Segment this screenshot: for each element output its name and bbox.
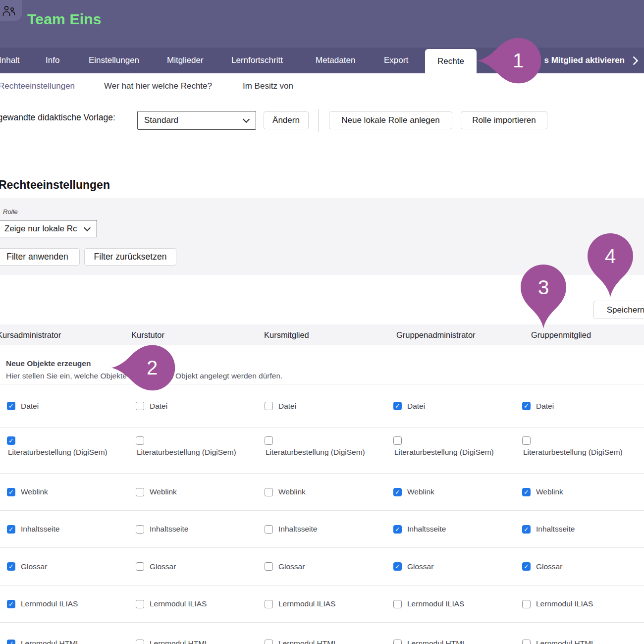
column-header-gruppenadministrator: Gruppenadministrator [396,324,476,345]
didactic-template-select[interactable]: Standard [137,111,256,130]
permission-inhaltsseite-gruppenadministrator[interactable]: ✓Inhaltsseite [393,511,446,547]
permission-inhaltsseite-kursadministrator[interactable]: ✓Inhaltsseite [7,511,59,547]
permission-lernmodul-ilias-kursmitglied[interactable]: Lernmodul ILIAS [265,586,335,622]
tab-export[interactable]: Export [384,48,408,73]
permission-inhaltsseite-kurstutor[interactable]: Inhaltsseite [136,511,188,547]
checked-checkbox-icon[interactable]: ✓ [393,402,402,410]
checked-checkbox-icon[interactable]: ✓ [522,562,531,571]
column-header-kursadministrator: Kursadministrator [0,324,61,345]
unchecked-checkbox-icon[interactable] [265,600,273,608]
permission-literaturbestellung-digisem-gruppenmitglied[interactable]: Literaturbestellung (DigiSem) [522,428,623,473]
new-local-role-button[interactable]: Neue lokale Rolle anlegen [329,111,452,129]
unchecked-checkbox-icon[interactable] [522,640,531,644]
checked-checkbox-icon[interactable]: ✓ [393,488,402,496]
subtab-im-besitz-von[interactable]: Im Besitz von [243,73,293,99]
tab-overflow-label: s Mitglied aktivieren [544,55,625,65]
permission-lernmodul-ilias-gruppenadministrator[interactable]: Lernmodul ILIAS [393,586,464,622]
checkbox-label: Literaturbestellung (DigiSem) [394,448,494,457]
role-filter-select[interactable]: Zeige nur lokale Rc [0,220,97,237]
permission-weblink-gruppenadministrator[interactable]: ✓Weblink [393,474,434,510]
permission-lernmodul-html-kursmitglied[interactable]: Lernmodul HTML [265,623,338,644]
checked-checkbox-icon[interactable]: ✓ [7,488,15,496]
unchecked-checkbox-icon[interactable] [136,562,144,571]
checked-checkbox-icon[interactable]: ✓ [522,488,531,496]
import-role-button[interactable]: Rolle importieren [461,111,547,129]
checkbox-label: Inhaltsseite [536,525,575,534]
unchecked-checkbox-icon[interactable] [522,436,531,445]
permission-weblink-kursmitglied[interactable]: Weblink [265,474,306,510]
unchecked-checkbox-icon[interactable] [136,436,144,445]
tab-inhalt[interactable]: Inhalt [0,48,20,73]
filter-reset-button[interactable]: Filter zurücksetzen [84,248,176,266]
unchecked-checkbox-icon[interactable] [265,488,273,496]
checked-checkbox-icon[interactable]: ✓ [393,562,402,571]
filter-apply-button[interactable]: Filter anwenden [0,248,80,266]
checked-checkbox-icon[interactable]: ✓ [7,525,15,534]
permission-glossar-gruppenadministrator[interactable]: ✓Glossar [393,548,433,585]
checked-checkbox-icon[interactable]: ✓ [522,402,531,410]
checked-checkbox-icon[interactable]: ✓ [7,402,15,410]
unchecked-checkbox-icon[interactable] [136,488,144,496]
checked-checkbox-icon[interactable]: ✓ [7,600,15,608]
unchecked-checkbox-icon[interactable] [136,525,144,534]
permission-glossar-gruppenmitglied[interactable]: ✓Glossar [522,548,562,585]
unchecked-checkbox-icon[interactable] [265,562,273,571]
unchecked-checkbox-icon[interactable] [265,402,273,410]
permission-glossar-kursmitglied[interactable]: Glossar [265,548,305,585]
unchecked-checkbox-icon[interactable] [265,436,273,445]
permission-datei-kursadministrator[interactable]: ✓Datei [7,384,39,428]
subtab-wer-hat-hier-welche-rechte[interactable]: Wer hat hier welche Rechte? [104,73,212,99]
unchecked-checkbox-icon[interactable] [393,436,402,445]
unchecked-checkbox-icon[interactable] [393,600,402,608]
unchecked-checkbox-icon[interactable] [136,402,144,410]
permission-literaturbestellung-digisem-kurstutor[interactable]: Literaturbestellung (DigiSem) [136,428,236,473]
checked-checkbox-icon[interactable]: ✓ [393,525,402,534]
tab-metadaten[interactable]: Metadaten [316,48,355,73]
permission-inhaltsseite-kursmitglied[interactable]: Inhaltsseite [265,511,317,547]
permission-lernmodul-html-kursadministrator[interactable]: ✓Lernmodul HTML [7,623,80,644]
tab-lernfortschritt[interactable]: Lernfortschritt [231,48,283,73]
unchecked-checkbox-icon[interactable] [265,525,273,534]
checkbox-label: Lernmodul HTML [407,639,467,644]
permission-literaturbestellung-digisem-gruppenadministrator[interactable]: Literaturbestellung (DigiSem) [393,428,494,473]
permission-lernmodul-ilias-kurstutor[interactable]: Lernmodul ILIAS [136,586,207,622]
tab-einstellungen[interactable]: Einstellungen [89,48,139,73]
tab-mitglieder[interactable]: Mitglieder [167,48,204,73]
tab-rechte-active[interactable]: Rechte [425,49,477,73]
permission-glossar-kurstutor[interactable]: Glossar [136,548,176,585]
permission-lernmodul-ilias-kursadministrator[interactable]: ✓Lernmodul ILIAS [7,586,78,622]
permission-glossar-kursadministrator[interactable]: ✓Glossar [7,548,47,585]
save-button[interactable]: Speichern [593,301,644,319]
permission-row-datei: ✓DateiDateiDatei✓Datei✓Datei [0,384,644,428]
permission-datei-gruppenmitglied[interactable]: ✓Datei [522,384,554,428]
unchecked-checkbox-icon[interactable] [522,600,531,608]
permission-weblink-gruppenmitglied[interactable]: ✓Weblink [522,474,563,510]
permission-weblink-kurstutor[interactable]: Weblink [136,474,177,510]
annotation-pin-4: 4 [588,233,633,297]
permission-lernmodul-html-kurstutor[interactable]: Lernmodul HTML [136,623,209,644]
permission-lernmodul-html-gruppenmitglied[interactable]: Lernmodul HTML [522,623,595,644]
unchecked-checkbox-icon[interactable] [136,600,144,608]
unchecked-checkbox-icon[interactable] [265,640,273,644]
unchecked-checkbox-icon[interactable] [136,640,144,644]
permission-lernmodul-html-gruppenadministrator[interactable]: Lernmodul HTML [393,623,467,644]
permission-inhaltsseite-gruppenmitglied[interactable]: ✓Inhaltsseite [522,511,575,547]
change-button[interactable]: Ändern [264,111,309,129]
checked-checkbox-icon[interactable]: ✓ [522,525,531,534]
checked-checkbox-icon[interactable]: ✓ [7,640,15,644]
tab-info[interactable]: Info [46,48,59,73]
subtab-rechteeinstellungen[interactable]: Rechteeinstellungen [0,73,75,99]
checked-checkbox-icon[interactable]: ✓ [7,562,15,571]
checked-checkbox-icon[interactable]: ✓ [7,436,15,445]
permission-weblink-kursadministrator[interactable]: ✓Weblink [7,474,48,510]
permission-datei-kursmitglied[interactable]: Datei [265,384,296,428]
permission-row-weblink: ✓WeblinkWeblinkWeblink✓Weblink✓Weblink [0,474,644,511]
permission-literaturbestellung-digisem-kursmitglied[interactable]: Literaturbestellung (DigiSem) [265,428,365,473]
permission-datei-kurstutor[interactable]: Datei [136,384,167,428]
permission-literaturbestellung-digisem-kursadministrator[interactable]: ✓Literaturbestellung (DigiSem) [7,428,107,473]
permission-lernmodul-ilias-gruppenmitglied[interactable]: Lernmodul ILIAS [522,586,593,622]
permission-datei-gruppenadministrator[interactable]: ✓Datei [393,384,425,428]
unchecked-checkbox-icon[interactable] [393,640,402,644]
permission-row-literaturbestellung-digisem: ✓Literaturbestellung (DigiSem)Literaturb… [0,428,644,474]
tab-overflow-action[interactable]: s Mitglied aktivieren [544,48,641,73]
